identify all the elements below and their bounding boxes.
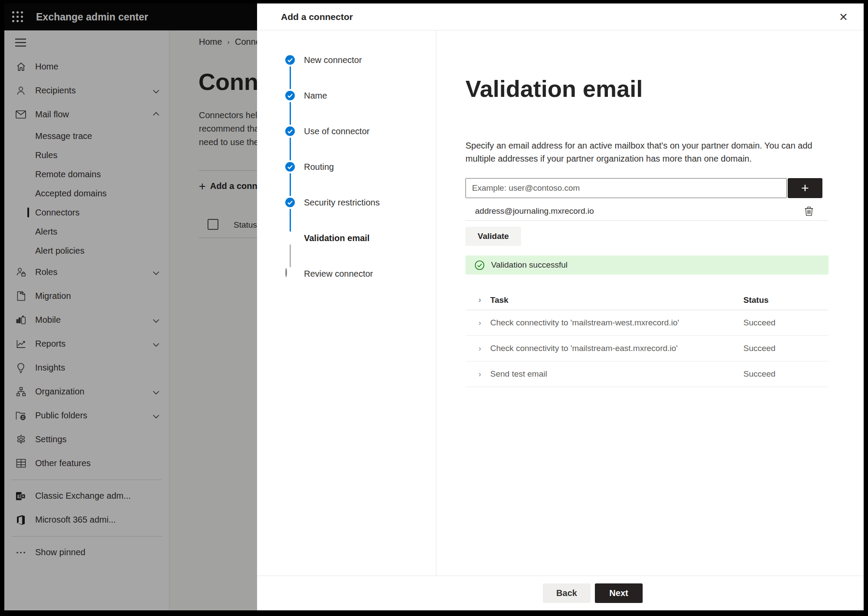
validation-task-table: › Task Status › Check connectivity to 'm… <box>465 290 828 387</box>
step-connector-line <box>290 102 291 125</box>
step-upcoming-icon <box>285 269 295 278</box>
step-connector-line <box>290 66 291 89</box>
panel-title: Add a connector <box>281 12 353 22</box>
step-review-connector[interactable]: Review connector <box>285 269 373 278</box>
content-description: Specify an email address for an active m… <box>465 139 827 165</box>
add-address-button[interactable]: + <box>788 178 822 198</box>
add-connector-panel: Add a connector ✕ New connector Name <box>257 3 864 610</box>
step-connector-line <box>290 245 291 267</box>
task-cell: Check connectivity to 'mailstream-east.m… <box>490 344 743 353</box>
address-value: address@journaling.mxrecord.io <box>475 206 594 216</box>
chevron-right-icon[interactable]: › <box>465 295 490 305</box>
status-column-header: Status <box>743 295 828 305</box>
chevron-right-icon[interactable]: › <box>465 344 490 353</box>
plus-icon: + <box>801 182 809 195</box>
step-completed-icon <box>285 91 295 100</box>
step-name[interactable]: Name <box>285 91 327 100</box>
panel-header: Add a connector ✕ <box>257 3 864 30</box>
task-cell: Check connectivity to 'mailstream-west.m… <box>490 318 743 328</box>
table-row: › Check connectivity to 'mailstream-east… <box>465 336 828 361</box>
address-list-item: address@journaling.mxrecord.io <box>465 202 828 221</box>
back-button[interactable]: Back <box>543 583 591 603</box>
success-check-icon <box>475 260 485 270</box>
table-header-row: › Task Status <box>465 290 828 310</box>
wizard-content: Validation email Specify an email addres… <box>436 30 864 576</box>
table-row: › Send test email Succeed <box>465 361 828 387</box>
chevron-right-icon[interactable]: › <box>465 318 490 328</box>
close-icon[interactable]: ✕ <box>839 11 848 22</box>
step-use-of-connector[interactable]: Use of connector <box>285 126 370 136</box>
status-cell: Succeed <box>743 369 828 379</box>
step-label: Security restrictions <box>304 198 380 208</box>
status-cell: Succeed <box>743 344 828 353</box>
email-input-row: + <box>465 178 822 198</box>
content-heading: Validation email <box>465 75 643 102</box>
step-new-connector[interactable]: New connector <box>285 55 362 65</box>
status-cell: Succeed <box>743 318 828 328</box>
email-input[interactable] <box>465 178 787 198</box>
validate-button[interactable]: Validate <box>465 227 521 246</box>
panel-footer: Back Next <box>257 576 864 610</box>
app-window: Exchange admin center Home Recipients Ma… <box>4 3 864 610</box>
step-validation-email[interactable]: Validation email <box>285 233 370 243</box>
task-cell: Send test email <box>490 369 743 379</box>
validation-success-banner: Validation successful <box>465 255 828 275</box>
step-completed-icon <box>285 126 295 136</box>
step-current-icon <box>285 233 295 243</box>
task-column-header: Task <box>490 295 743 305</box>
step-label: Use of connector <box>304 126 370 136</box>
next-button[interactable]: Next <box>595 583 643 603</box>
step-label: New connector <box>304 55 362 65</box>
step-completed-icon <box>285 198 295 207</box>
wizard-steps-rail: New connector Name Use of connector <box>257 30 436 576</box>
step-connector-line <box>290 173 291 196</box>
step-label: Name <box>304 91 327 101</box>
step-completed-icon <box>285 162 295 172</box>
step-connector-line <box>290 209 291 232</box>
step-routing[interactable]: Routing <box>285 162 334 172</box>
step-label: Review connector <box>304 269 373 279</box>
table-row: › Check connectivity to 'mailstream-west… <box>465 310 828 336</box>
step-security-restrictions[interactable]: Security restrictions <box>285 198 380 207</box>
banner-text: Validation successful <box>491 260 568 270</box>
step-label: Routing <box>304 162 334 172</box>
step-connector-line <box>290 138 291 160</box>
trash-icon[interactable] <box>804 206 814 216</box>
step-completed-icon <box>285 55 295 65</box>
step-label: Validation email <box>304 233 370 243</box>
chevron-right-icon[interactable]: › <box>465 370 490 379</box>
